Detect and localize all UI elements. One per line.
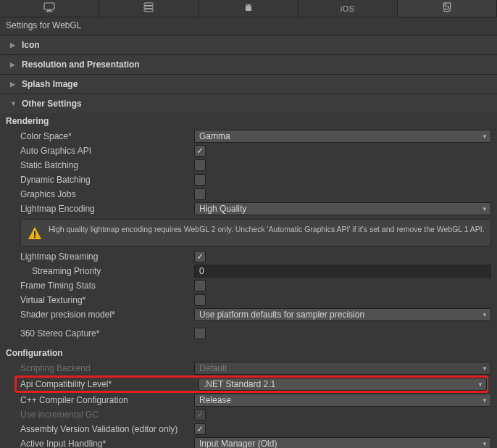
- stereo-capture-checkbox[interactable]: [194, 328, 206, 339]
- row-shader-precision: Shader precision model* Use platform def…: [0, 307, 497, 322]
- svg-rect-0: [44, 3, 54, 9]
- svg-line-11: [246, 4, 246, 5]
- frame-timing-label: Frame Timing Stats: [20, 281, 194, 291]
- row-api-compat: Api Compatibility Level* .NET Standard 2…: [20, 377, 487, 391]
- row-incremental-gc: Use incremental GC ✓: [0, 407, 497, 422]
- lightmap-streaming-label: Lightmap Streaming: [20, 252, 194, 262]
- svg-rect-13: [34, 231, 36, 236]
- svg-point-6: [146, 4, 146, 4]
- row-static-batching: Static Batching: [0, 158, 497, 173]
- cpp-compiler-value: Release: [199, 395, 231, 405]
- streaming-priority-label: Streaming Priority: [32, 266, 194, 276]
- virtual-texturing-checkbox[interactable]: [194, 294, 206, 306]
- tab-ios[interactable]: iOS: [298, 0, 398, 17]
- svg-point-7: [146, 7, 146, 7]
- svg-point-9: [246, 5, 247, 6]
- section-other: ▼ Other Settings Rendering Color Space* …: [0, 94, 497, 448]
- row-graphics-jobs: Graphics Jobs: [0, 187, 497, 202]
- static-batching-label: Static Batching: [20, 160, 194, 170]
- row-lightmap-encoding: Lightmap Encoding High Quality ▼: [0, 202, 497, 216]
- graphics-jobs-checkbox[interactable]: [194, 188, 206, 200]
- section-splash-header[interactable]: ▶ Splash Image: [0, 75, 497, 94]
- dynamic-batching-checkbox[interactable]: [194, 174, 206, 186]
- svg-line-12: [251, 4, 251, 5]
- color-space-label: Color Space*: [20, 131, 194, 141]
- chevron-right-icon: ▶: [10, 41, 17, 49]
- platform-tabs: iOS: [0, 0, 497, 17]
- row-active-input: Active Input Handling* Input Manager (Ol…: [0, 436, 497, 448]
- chevron-down-icon: ▼: [482, 441, 488, 447]
- stereo-capture-label: 360 Stereo Capture*: [20, 328, 194, 339]
- chevron-down-icon: ▼: [482, 206, 488, 212]
- scripting-backend-value: Default: [199, 363, 227, 373]
- cpp-compiler-dropdown[interactable]: Release ▼: [194, 394, 491, 407]
- row-virtual-texturing: Virtual Texturing*: [0, 293, 497, 307]
- row-streaming-priority: Streaming Priority 0: [0, 264, 497, 278]
- section-other-title: Other Settings: [22, 99, 82, 109]
- chevron-down-icon: ▼: [477, 381, 483, 388]
- chevron-right-icon: ▶: [10, 80, 17, 88]
- ios-label: iOS: [341, 4, 355, 13]
- section-resolution-header[interactable]: ▶ Resolution and Presentation: [0, 55, 497, 74]
- incremental-gc-label: Use incremental GC: [20, 410, 194, 420]
- row-lightmap-streaming: Lightmap Streaming ✓: [0, 249, 497, 264]
- row-cpp-compiler: C++ Compiler Configuration Release ▼: [0, 393, 497, 407]
- row-stereo-capture: 360 Stereo Capture*: [0, 326, 497, 341]
- svg-rect-14: [34, 236, 36, 238]
- graphics-jobs-label: Graphics Jobs: [20, 189, 194, 199]
- configuration-group-label: Configuration: [0, 345, 497, 361]
- row-frame-timing: Frame Timing Stats: [0, 278, 497, 293]
- shader-precision-dropdown[interactable]: Use platform defaults for sampler precis…: [194, 308, 491, 321]
- section-splash: ▶ Splash Image: [0, 74, 497, 94]
- incremental-gc-checkbox: ✓: [194, 409, 206, 420]
- api-compat-value: .NET Standard 2.1: [204, 379, 275, 389]
- tab-standalone[interactable]: [0, 0, 99, 17]
- chevron-down-icon: ▼: [482, 312, 488, 318]
- row-scripting-backend: Scripting Backend Default ▼: [0, 361, 497, 376]
- svg-rect-2: [46, 12, 53, 12]
- static-batching-checkbox[interactable]: [194, 159, 206, 171]
- lightmap-streaming-checkbox[interactable]: ✓: [194, 251, 206, 262]
- scripting-backend-dropdown: Default ▼: [194, 362, 491, 375]
- scripting-backend-label: Scripting Backend: [20, 363, 194, 373]
- tab-webgl[interactable]: [398, 0, 497, 17]
- virtual-texturing-label: Virtual Texturing*: [20, 295, 194, 305]
- lightmap-warning: High quality lightmap encoding requires …: [20, 219, 491, 246]
- color-space-dropdown[interactable]: Gamma ▼: [194, 130, 491, 143]
- frame-timing-checkbox[interactable]: [194, 280, 206, 291]
- active-input-dropdown[interactable]: Input Manager (Old) ▼: [194, 437, 491, 448]
- section-icon: ▶ Icon: [0, 35, 497, 54]
- svg-point-10: [249, 5, 250, 6]
- section-other-header[interactable]: ▼ Other Settings: [0, 94, 497, 113]
- auto-graphics-label: Auto Graphics API: [20, 146, 194, 156]
- android-icon: [243, 2, 254, 14]
- shader-precision-label: Shader precision model*: [20, 310, 194, 320]
- auto-graphics-checkbox[interactable]: ✓: [194, 145, 206, 157]
- row-color-space: Color Space* Gamma ▼: [0, 129, 497, 144]
- svg-rect-1: [47, 10, 51, 11]
- assembly-validation-checkbox[interactable]: ✓: [194, 423, 206, 435]
- lightmap-encoding-label: Lightmap Encoding: [20, 204, 194, 214]
- chevron-down-icon: ▼: [482, 133, 488, 140]
- api-compat-label: Api Compatibility Level*: [20, 379, 199, 389]
- row-dynamic-batching: Dynamic Batching: [0, 173, 497, 187]
- tab-server[interactable]: [99, 0, 199, 17]
- warning-text: High quality lightmap encoding requires …: [49, 224, 485, 235]
- color-space-value: Gamma: [199, 131, 230, 141]
- section-splash-title: Splash Image: [22, 79, 78, 89]
- tab-android[interactable]: [199, 0, 298, 17]
- api-compat-dropdown[interactable]: .NET Standard 2.1 ▼: [199, 378, 487, 391]
- chevron-down-icon: ▼: [10, 100, 17, 107]
- section-icon-header[interactable]: ▶ Icon: [0, 36, 497, 54]
- html5-icon: [441, 2, 453, 14]
- lightmap-encoding-dropdown[interactable]: High Quality ▼: [194, 202, 491, 215]
- highlight-api-compat: Api Compatibility Level* .NET Standard 2…: [16, 377, 487, 391]
- section-resolution-title: Resolution and Presentation: [22, 59, 140, 70]
- chevron-down-icon: ▼: [482, 397, 488, 404]
- row-auto-graphics: Auto Graphics API ✓: [0, 144, 497, 158]
- shader-precision-value: Use platform defaults for sampler precis…: [199, 310, 364, 320]
- active-input-label: Active Input Handling*: [20, 439, 194, 448]
- cpp-compiler-label: C++ Compiler Configuration: [20, 395, 194, 405]
- section-icon-title: Icon: [22, 40, 40, 50]
- streaming-priority-input[interactable]: 0: [194, 265, 491, 278]
